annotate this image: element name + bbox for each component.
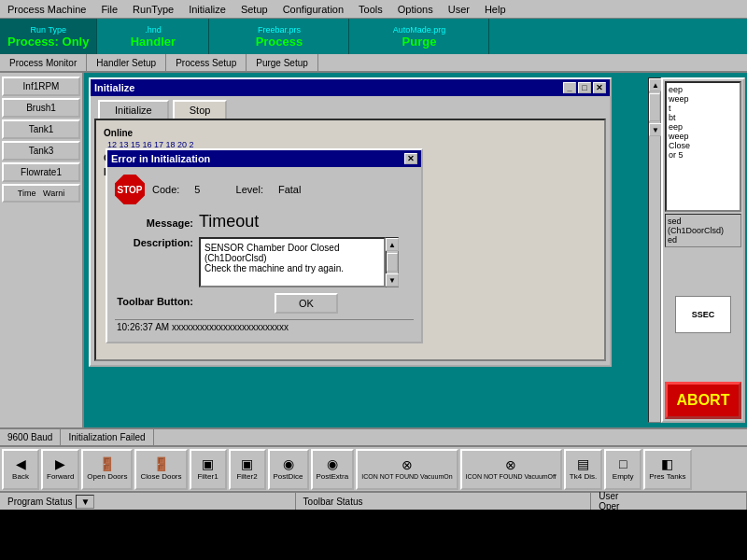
right-text-line1: eep (669, 85, 738, 94)
description-scrollbar[interactable]: ▲ ▼ (386, 237, 399, 287)
program-status-dropdown[interactable]: ▼ (76, 495, 94, 509)
prestanks-icon: ◧ (661, 457, 673, 470)
toolbar-vacuumon-btn[interactable]: ⊗ ICON NOT FOUND VacuumOn (356, 449, 458, 490)
ssec-logo: SSEC (675, 296, 731, 333)
tab-purge[interactable]: AutoMade.prg Purge (349, 19, 489, 54)
error-message-row: Message: Timeout (115, 212, 414, 231)
sidebar-btn-tank1[interactable]: Tank1 (2, 119, 80, 139)
error-close-btn[interactable]: ✕ (404, 153, 417, 164)
section-headers: Process Monitor Handler Setup Process Se… (0, 54, 747, 73)
scroll-thumb[interactable] (387, 253, 398, 272)
back-label: Back (12, 472, 29, 481)
filter1-icon: ▣ (202, 457, 214, 470)
ok-button[interactable]: OK (275, 293, 338, 314)
menu-configuration[interactable]: Configuration (279, 4, 347, 15)
postextra-icon: ◉ (327, 457, 338, 470)
menu-options[interactable]: Options (394, 4, 437, 15)
win-tab-stop[interactable]: Stop (173, 100, 228, 119)
filter2-icon: ▣ (241, 457, 253, 470)
tab-handler-label: Handler (131, 35, 176, 49)
abort-button[interactable]: ABORT (665, 382, 741, 419)
tk4dis-icon: ▤ (577, 457, 589, 470)
menu-file[interactable]: File (97, 4, 121, 15)
right-text-line3: t (669, 104, 738, 113)
level-value: Fatal (278, 184, 301, 195)
bottom-status: Program Status ▼ Toolbar Status User Ope… (0, 491, 747, 510)
tab-process[interactable]: Freebar.prs Process (209, 19, 349, 54)
error-top-row: STOP Code: 5 Level: Fatal (115, 175, 414, 204)
right-text-line7: Close (669, 141, 738, 150)
right-text-line5: eep (669, 122, 738, 132)
program-status-label: Program Status (7, 497, 72, 507)
empty-label: Empty (613, 472, 634, 481)
menu-user[interactable]: User (444, 4, 473, 15)
prestanks-label: Pres Tanks (649, 472, 685, 481)
menu-help[interactable]: Help (481, 4, 510, 15)
right-panel: eep weep t bt eep weep Close or 5 sed (C… (661, 77, 745, 423)
forward-label: Forward (47, 472, 74, 481)
toolbar-empty-btn[interactable]: □ Empty (604, 449, 641, 490)
scroll-down-arrow[interactable]: ▼ (386, 273, 399, 287)
toolbar-status-label: Toolbar Status (303, 497, 363, 507)
main-scroll-thumb[interactable] (649, 93, 660, 121)
scroll-up-arrow[interactable]: ▲ (386, 238, 399, 251)
tab-process-only[interactable]: Run Type Process: Only (0, 19, 97, 54)
timestamp-row: 10:26:37 AM xxxxxxxxxxxxxxxxxxxxxxxxx (115, 319, 414, 334)
filter1-label: Filter1 (197, 472, 218, 481)
toolbar-prestanks-btn[interactable]: ◧ Pres Tanks (643, 449, 691, 490)
postdice-label: PostDice (274, 472, 303, 481)
tab-purge-file: AutoMade.prg (393, 25, 446, 35)
toolbar-tk4dis-btn[interactable]: ▤ Tk4 Dis. (564, 449, 602, 490)
tab-process-only-label: Process: Only (7, 35, 89, 49)
toolbar-postextra-btn[interactable]: ◉ PostExtra (311, 449, 355, 490)
toolbar-forward-btn[interactable]: ▶ Forward (41, 449, 79, 490)
right-text-line2: weep (669, 94, 738, 104)
win-tab-initialize[interactable]: Initialize (98, 100, 169, 119)
init-online-label: Online (104, 128, 597, 138)
description-line2: (Ch1DoorClsd) (204, 253, 380, 263)
error-dialog: Error in Initialization ✕ STOP Code: 5 L… (106, 148, 423, 343)
error-description-row: Description: SENSOR Chamber Door Closed … (115, 237, 414, 287)
sidebar-btn-brush1[interactable]: Brush1 (2, 98, 80, 118)
menu-initialize[interactable]: Initialize (185, 4, 230, 15)
win-maximize-btn[interactable]: □ (578, 82, 591, 93)
tab-runtype-label: Run Type (31, 25, 66, 35)
right-desc-text: sed (Ch1DoorClsd) ed (665, 214, 741, 247)
menu-process-machine[interactable]: Process Machine (4, 4, 90, 15)
menu-runtype[interactable]: RunType (129, 4, 177, 15)
main-scroll-down[interactable]: ▼ (649, 123, 662, 136)
user-label: User (599, 491, 619, 501)
user-status-cell: User Oper (591, 493, 747, 510)
toolbar-filter1-btn[interactable]: ▣ Filter1 (190, 449, 227, 490)
back-icon: ◀ (16, 457, 26, 470)
toolbar-back-btn[interactable]: ◀ Back (2, 449, 39, 490)
sidebar-btn-inf1rpm[interactable]: Inf1RPM (2, 77, 80, 96)
tk4dis-label: Tk4 Dis. (570, 472, 597, 481)
win-minimize-btn[interactable]: _ (563, 82, 576, 93)
menu-tools[interactable]: Tools (355, 4, 387, 15)
toolbar-filter2-btn[interactable]: ▣ Filter2 (229, 449, 266, 490)
toolbar-open-doors-btn[interactable]: 🚪 Open Doors (81, 449, 133, 490)
sidebar-btn-flowrate1[interactable]: Flowrate1 (2, 162, 80, 182)
init-online-section: Online 12 13 15 16 17 18 20 2 (104, 128, 597, 149)
open-doors-icon: 🚪 (99, 457, 115, 470)
description-line1: SENSOR Chamber Door Closed (204, 243, 380, 253)
vacuumoff-label: ICON NOT FOUND VacuumOff (466, 473, 557, 480)
menu-setup[interactable]: Setup (237, 4, 272, 15)
sidebar-btn-tank3[interactable]: Tank3 (2, 141, 80, 161)
tab-handler[interactable]: .hnd Handler (97, 19, 209, 54)
main-scrollbar[interactable]: ▲ ▼ (648, 77, 661, 423)
win-tab-row: Initialize Stop (91, 96, 610, 119)
message-label: Message: (115, 217, 199, 229)
forward-icon: ▶ (55, 457, 65, 470)
level-label: Level: (236, 184, 263, 195)
tab-purge-label: Purge (402, 35, 437, 49)
main-scroll-up[interactable]: ▲ (649, 78, 662, 91)
toolbar-close-doors-btn[interactable]: 🚪 Close Doors (134, 449, 187, 490)
toolbar-postdice-btn[interactable]: ◉ PostDice (268, 449, 309, 490)
left-sidebar: Inf1RPM Brush1 Tank1 Tank3 Flowrate1 Tim… (0, 73, 84, 427)
code-label: Code: (152, 184, 179, 195)
toolbar-vacuumoff-btn[interactable]: ⊗ ICON NOT FOUND VacuumOff (460, 449, 562, 490)
win-close-btn[interactable]: ✕ (593, 82, 606, 93)
right-text-box: eep weep t bt eep weep Close or 5 (665, 81, 741, 212)
